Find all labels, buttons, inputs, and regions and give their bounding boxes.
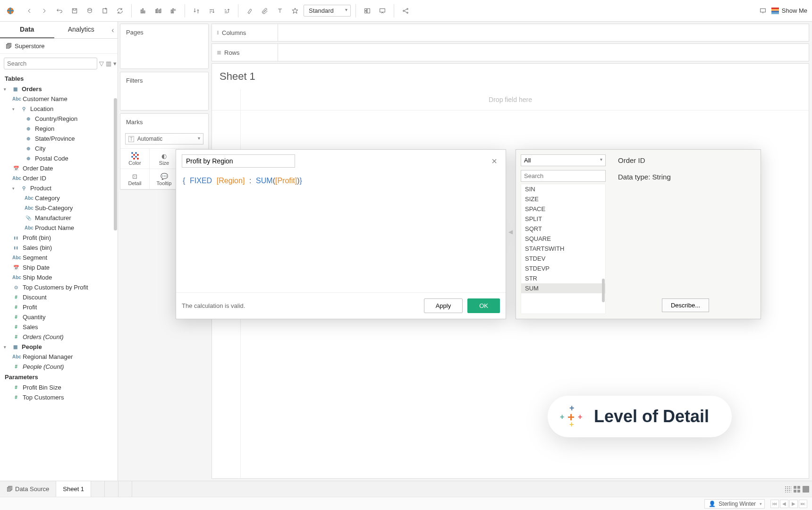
- describe-button[interactable]: Describe...: [662, 298, 709, 312]
- fn-item[interactable]: SQRT: [521, 224, 605, 234]
- tab-analytics[interactable]: Analytics: [54, 22, 109, 38]
- collapse-help-icon[interactable]: ◀: [508, 229, 513, 235]
- star-button[interactable]: [288, 4, 302, 17]
- tab-data[interactable]: Data: [0, 22, 54, 38]
- fn-item[interactable]: STDEV: [521, 254, 605, 264]
- show-cards-button[interactable]: [361, 4, 374, 17]
- duplicate-sheet-icon[interactable]: [152, 4, 165, 17]
- fn-item[interactable]: STARTSWITH: [521, 244, 605, 254]
- field-ship-mode[interactable]: AbcShip Mode: [0, 272, 118, 282]
- field-order-date[interactable]: 📅Order Date: [0, 163, 118, 173]
- view-toggle-button[interactable]: ▥: [106, 59, 111, 69]
- back-button[interactable]: [23, 4, 36, 17]
- field-segment[interactable]: AbcSegment: [0, 253, 118, 263]
- filters-card[interactable]: Filters: [120, 72, 209, 110]
- fn-item[interactable]: SQUARE: [521, 234, 605, 244]
- field-profit[interactable]: #Profit: [0, 302, 118, 312]
- mark-size[interactable]: ◐Size: [150, 149, 179, 169]
- field-country-region[interactable]: ⊕Country/Region: [0, 114, 118, 124]
- guide-icon[interactable]: [756, 4, 770, 17]
- field-sales[interactable]: #Sales: [0, 322, 118, 332]
- prev-sheet-button[interactable]: ◀: [780, 500, 788, 508]
- columns-shelf[interactable]: ⦀Columns: [211, 24, 809, 42]
- param-profit-bin-size[interactable]: #Profit Bin Size: [0, 382, 118, 392]
- fields-menu-button[interactable]: ▾: [113, 59, 117, 69]
- mark-detail[interactable]: ⊡Detail: [120, 169, 150, 189]
- filter-fields-button[interactable]: ▽: [99, 59, 104, 69]
- scrollbar-thumb[interactable]: [602, 279, 605, 302]
- field-profit-bin[interactable]: ⫾⫾Profit (bin): [0, 233, 118, 243]
- field-city[interactable]: ⊕City: [0, 144, 118, 153]
- tab-data-source[interactable]: 🗐Data Source: [0, 481, 56, 497]
- folder-product[interactable]: ▾⚲Product: [0, 183, 118, 193]
- new-worksheet-tab[interactable]: [91, 481, 105, 497]
- fn-item[interactable]: STDEVP: [521, 264, 605, 273]
- mark-type-select[interactable]: T Automatic: [125, 133, 203, 144]
- refresh-button[interactable]: [113, 4, 127, 17]
- showme-button[interactable]: Show Me: [771, 7, 807, 14]
- next-sheet-button[interactable]: ▶: [789, 500, 798, 508]
- new-sheet-icon[interactable]: [136, 4, 150, 17]
- field-regional-manager[interactable]: AbcRegional Manager: [0, 352, 118, 362]
- mark-color[interactable]: Color: [120, 149, 150, 169]
- field-sales-bin[interactable]: ⫾⫾Sales (bin): [0, 243, 118, 253]
- new-worksheet-button[interactable]: [98, 4, 111, 17]
- field-people-count[interactable]: #People (Count): [0, 362, 118, 372]
- fn-item-selected[interactable]: SUM: [521, 283, 605, 293]
- field-region[interactable]: ⊕Region: [0, 124, 118, 134]
- field-state-province[interactable]: ⊕State/Province: [0, 134, 118, 144]
- new-dashboard-tab[interactable]: [105, 481, 118, 497]
- new-story-tab[interactable]: [118, 481, 132, 497]
- table-people[interactable]: ▾▦People: [0, 342, 118, 352]
- clear-sheet-icon[interactable]: [167, 4, 180, 17]
- field-discount[interactable]: #Discount: [0, 292, 118, 302]
- param-top-customers[interactable]: #Top Customers: [0, 392, 118, 402]
- fit-mode-select[interactable]: Standard: [304, 5, 351, 17]
- fn-item[interactable]: SPLIT: [521, 214, 605, 224]
- fn-item[interactable]: SIZE: [521, 194, 605, 204]
- apply-button[interactable]: Apply: [424, 298, 463, 313]
- user-menu[interactable]: 👤 Sterling Winter: [704, 499, 765, 509]
- data-source-row[interactable]: 🗐 Superstore: [0, 39, 118, 54]
- field-postal-code[interactable]: ⊕Postal Code: [0, 153, 118, 163]
- field-ship-date[interactable]: 📅Ship Date: [0, 263, 118, 272]
- presentation-button[interactable]: [376, 4, 389, 17]
- field-manufacturer[interactable]: 📎Manufacturer: [0, 213, 118, 223]
- sheet-sorter-icon[interactable]: [794, 486, 800, 493]
- field-customer-name[interactable]: AbcCustomer Name: [0, 94, 118, 104]
- attach-button[interactable]: [258, 4, 271, 17]
- filmstrip-icon[interactable]: [785, 486, 791, 493]
- forward-button[interactable]: [38, 4, 51, 17]
- tab-sheet-1[interactable]: Sheet 1: [56, 481, 91, 497]
- collapse-panel-button[interactable]: ‹: [108, 22, 118, 38]
- new-datasource-button[interactable]: [83, 4, 96, 17]
- swap-button[interactable]: [190, 4, 203, 17]
- sort-asc-button[interactable]: [205, 4, 218, 17]
- undo-button[interactable]: [53, 4, 66, 17]
- mark-tooltip[interactable]: 💬Tooltip: [150, 169, 179, 189]
- field-quantity[interactable]: #Quantity: [0, 312, 118, 322]
- folder-location[interactable]: ▾⚲Location: [0, 104, 118, 114]
- ok-button[interactable]: OK: [467, 298, 500, 313]
- function-search-input[interactable]: [521, 170, 606, 182]
- field-sub-category[interactable]: AbcSub-Category: [0, 203, 118, 213]
- fn-item[interactable]: SPACE: [521, 204, 605, 214]
- table-orders[interactable]: ▾▦Orders: [0, 84, 118, 94]
- field-top-customers[interactable]: ⊙Top Customers by Profit: [0, 282, 118, 292]
- last-sheet-button[interactable]: ⏭: [799, 500, 807, 508]
- first-sheet-button[interactable]: ⏮: [770, 500, 779, 508]
- field-order-id[interactable]: AbcOrder ID: [0, 173, 118, 183]
- calc-formula-editor[interactable]: { FIXED [Region] : SUM([Profit])}: [176, 170, 506, 292]
- field-product-name[interactable]: AbcProduct Name: [0, 223, 118, 233]
- field-search-input[interactable]: [4, 58, 97, 69]
- field-category[interactable]: AbcCategory: [0, 193, 118, 203]
- sheet-title[interactable]: Sheet 1: [212, 64, 809, 86]
- showtabs-icon[interactable]: [803, 486, 809, 493]
- rows-shelf[interactable]: ≣Rows: [211, 43, 809, 61]
- sort-desc-button[interactable]: [220, 4, 233, 17]
- fn-item[interactable]: STR: [521, 273, 605, 283]
- field-orders-count[interactable]: #Orders (Count): [0, 332, 118, 342]
- pages-card[interactable]: Pages: [120, 24, 209, 69]
- scrollbar-thumb[interactable]: [114, 98, 117, 230]
- function-category-select[interactable]: All: [521, 154, 606, 166]
